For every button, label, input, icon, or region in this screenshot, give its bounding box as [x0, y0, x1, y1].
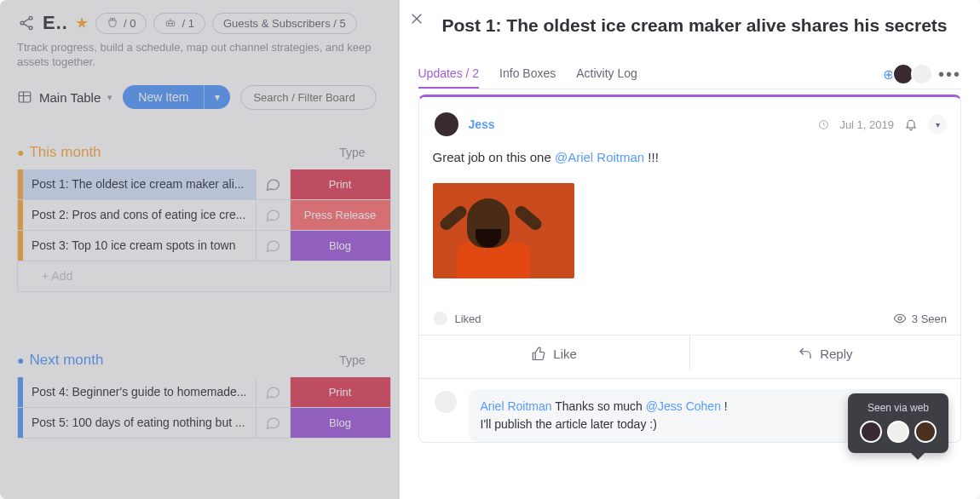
mention[interactable]: @Jess Cohen — [646, 399, 721, 413]
share-icon — [17, 14, 36, 32]
chat-icon[interactable] — [264, 206, 281, 223]
kebab-menu-icon[interactable]: ••• — [938, 65, 961, 84]
group-label: Next month — [29, 352, 103, 369]
table-row[interactable]: Post 4: Beginner's guide to homemade... … — [17, 377, 391, 408]
group-label: This month — [29, 144, 101, 161]
seen-indicator[interactable]: 3 Seen — [893, 312, 947, 325]
reply-button[interactable]: Reply — [689, 336, 960, 371]
new-item-caret[interactable]: ▾ — [204, 85, 230, 109]
update-image[interactable] — [433, 183, 574, 278]
svg-point-15 — [898, 317, 902, 320]
chat-icon[interactable] — [264, 383, 281, 400]
bell-icon[interactable] — [904, 118, 918, 131]
view-label: Main Table — [39, 90, 101, 105]
seen-tooltip: Seen via web — [848, 393, 948, 453]
svg-line-4 — [24, 24, 30, 27]
like-button[interactable]: Like — [419, 336, 689, 371]
group-this-month: ● This month Type Post 1: The oldest ice… — [17, 144, 391, 292]
author-name[interactable]: Jess — [469, 118, 495, 131]
panel-tabs: Updates / 2 Info Boxes Activity Log ⊕ ••… — [418, 60, 962, 89]
integration-pill-2-label: / 1 — [182, 17, 193, 30]
table-row[interactable]: Post 2: Pros and cons of eating ice cre.… — [17, 200, 391, 231]
tab-activity-log[interactable]: Activity Log — [576, 60, 637, 89]
close-icon[interactable] — [410, 12, 424, 26]
avatar — [860, 421, 882, 443]
table-row[interactable]: Post 1: The oldest ice cream maker ali..… — [17, 169, 391, 200]
type-cell[interactable]: Print — [290, 169, 390, 199]
row-name: Post 3: Top 10 ice cream spots in town — [32, 238, 235, 252]
type-cell[interactable]: Blog — [290, 231, 390, 261]
search-input[interactable] — [240, 85, 377, 110]
reply-avatar[interactable] — [433, 389, 458, 415]
chat-icon[interactable] — [264, 175, 281, 192]
type-cell[interactable]: Print — [290, 377, 390, 407]
chevron-down-icon: ▾ — [107, 92, 112, 103]
row-name: Post 4: Beginner's guide to homemade... — [32, 385, 247, 399]
row-name: Post 1: The oldest ice cream maker ali..… — [32, 177, 245, 191]
collapse-icon: ● — [17, 146, 24, 159]
view-selector[interactable]: Main Table ▾ — [17, 89, 112, 105]
svg-point-7 — [171, 23, 173, 25]
board-title: E... — [43, 12, 68, 34]
row-name: Post 5: 100 days of eating nothing but .… — [32, 416, 245, 429]
integration-pill-1[interactable]: / 0 — [95, 13, 147, 34]
tab-updates[interactable]: Updates / 2 — [418, 60, 480, 89]
star-icon[interactable]: ★ — [75, 14, 89, 32]
guests-pill[interactable]: Guests & Subscribers / 5 — [212, 13, 357, 34]
table-row[interactable]: Post 5: 100 days of eating nothing but .… — [17, 408, 391, 439]
avatar[interactable] — [911, 63, 933, 85]
add-row[interactable]: + Add — [17, 261, 391, 292]
type-cell[interactable]: Press Release — [290, 200, 390, 230]
liker-avatar[interactable] — [433, 311, 448, 326]
author-avatar[interactable] — [433, 111, 460, 138]
chat-icon[interactable] — [264, 414, 281, 431]
svg-point-1 — [20, 21, 24, 25]
item-panel: Post 1: The oldest ice cream maker alive… — [400, 0, 981, 499]
seen-label: 3 Seen — [912, 313, 947, 325]
clock-icon — [818, 119, 829, 130]
reply-author[interactable]: Ariel Roitman — [481, 399, 552, 413]
board-subtitle: Ttrack progress, build a schedule, map o… — [17, 41, 391, 70]
avatar — [887, 421, 909, 443]
mention[interactable]: @Ariel Roitman — [555, 150, 644, 164]
tab-info-boxes[interactable]: Info Boxes — [499, 60, 556, 89]
svg-line-3 — [24, 19, 30, 22]
board-pane: E... ★ / 0 / 1 Guests & Subscribers / 5 … — [0, 0, 400, 499]
integration-pill-1-label: / 0 — [124, 17, 135, 30]
table-row[interactable]: Post 3: Top 10 ice cream spots in town B… — [17, 231, 391, 261]
update-body: Great job on this one @Ariel Roitman !!! — [433, 150, 948, 164]
column-header-type: Type — [339, 353, 365, 367]
collapse-icon: ● — [17, 353, 24, 367]
svg-rect-5 — [167, 21, 175, 26]
update-date: Jul 1, 2019 — [839, 118, 894, 131]
tooltip-label: Seen via web — [860, 402, 937, 414]
avatar — [914, 421, 937, 443]
integration-pill-2[interactable]: / 1 — [153, 13, 205, 34]
group-name[interactable]: ● Next month — [17, 352, 103, 369]
svg-point-0 — [29, 16, 32, 20]
group-name[interactable]: ● This month — [17, 144, 101, 161]
update-card: Jess Jul 1, 2019 ▾ Great job on this one… — [418, 95, 962, 443]
svg-rect-9 — [19, 92, 31, 102]
svg-point-6 — [169, 23, 170, 25]
liked-label: Liked — [455, 313, 481, 325]
group-next-month: ● Next month Type Post 4: Beginner's gui… — [17, 352, 391, 439]
panel-title: Post 1: The oldest ice cream maker alive… — [442, 15, 962, 36]
update-menu-icon[interactable]: ▾ — [928, 115, 947, 134]
column-header-type: Type — [339, 146, 365, 159]
row-name: Post 2: Pros and cons of eating ice cre.… — [32, 208, 245, 221]
new-item-button[interactable]: New Item — [123, 85, 204, 109]
type-cell[interactable]: Blog — [290, 408, 390, 438]
svg-point-2 — [29, 26, 32, 30]
chat-icon[interactable] — [264, 237, 281, 254]
